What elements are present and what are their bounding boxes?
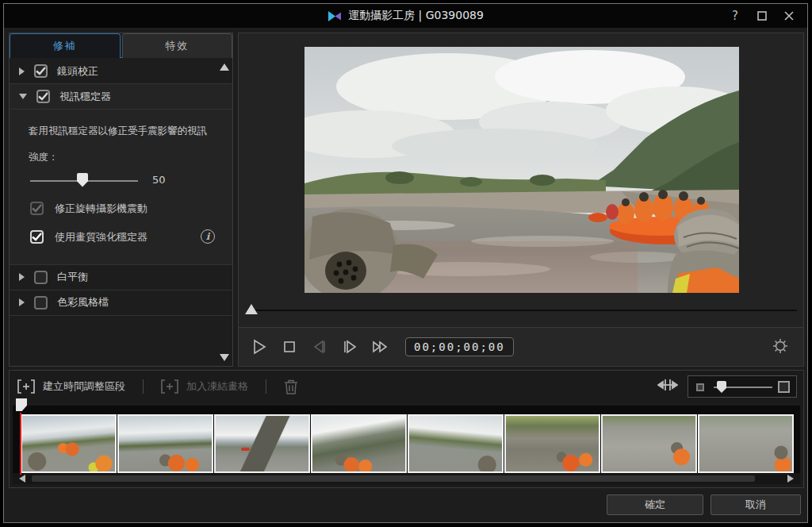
stop-button[interactable] [280,337,299,356]
enhanced-quality-row: 使用畫質強化穩定器 i [10,223,232,252]
app-icon [327,10,342,22]
tab-effects[interactable]: 特效 [122,33,233,58]
window-title: 運動攝影工房 | G0390089 [348,9,484,23]
tab-fix[interactable]: 修補 [10,33,121,58]
play-button[interactable] [250,337,269,356]
white-balance-label: 白平衡 [57,270,88,284]
fast-forward-button[interactable] [370,337,389,356]
preview-panel: 00;00;00;00 [238,33,804,367]
stabilizer-checkbox[interactable] [36,90,50,103]
transport-controls: 00;00;00;00 [239,327,803,366]
scroll-left-icon[interactable] [19,475,25,483]
app-window: 運動攝影工房 | G0390089 ? 修補 特效 鏡頭校正 [3,3,808,523]
zoom-out-icon[interactable] [696,383,704,391]
video-thumbnail[interactable] [698,414,794,473]
row-stabilizer[interactable]: 視訊穩定器 [10,84,232,110]
step-back-button[interactable] [310,337,329,356]
expand-icon[interactable] [19,273,25,281]
fit-timeline-icon[interactable] [657,378,678,395]
freeze-frame-button[interactable]: 加入凍結畫格 [161,379,248,394]
color-profile-label: 色彩風格檔 [57,295,109,310]
seek-bar[interactable] [245,303,797,317]
panel-list: 鏡頭校正 視訊穩定器 套用視訊穩定器以修正受手震影響的視訊 強度 : 50 [10,59,232,366]
timeline-zoom-control [688,375,797,398]
timeline-section: 建立時間調整區段 加入凍結畫格 [9,370,804,488]
scrollbar-thumb[interactable] [32,475,755,482]
video-thumbnail[interactable] [117,414,213,473]
fix-rotation-label: 修正旋轉攝影機震動 [55,202,147,216]
step-forward-button[interactable] [340,337,359,356]
timecode-display: 00;00;00;00 [405,337,514,356]
zoom-in-icon[interactable] [778,381,790,393]
timeline-scrollbar[interactable] [13,473,800,484]
row-color-profile[interactable]: 色彩風格檔 [10,290,232,316]
color-profile-checkbox[interactable] [34,296,48,310]
strength-slider-handle[interactable] [77,173,88,187]
filmstrip[interactable] [13,406,800,474]
seek-track[interactable] [253,310,797,311]
timeline-toolbar: 建立時間調整區段 加入凍結畫格 [10,371,803,402]
create-segment-button[interactable]: 建立時間調整區段 [17,379,125,394]
close-button[interactable] [782,9,796,23]
timeline-playhead-flag[interactable] [16,398,27,411]
cancel-button[interactable]: 取消 [710,494,801,515]
scroll-right-icon[interactable] [787,475,794,483]
video-thumbnail[interactable] [311,414,407,473]
stabilizer-label: 視訊穩定器 [59,90,111,104]
white-balance-checkbox[interactable] [34,271,48,284]
zoom-slider-handle[interactable] [717,381,726,393]
strength-label: 強度 : [10,138,232,164]
ok-button[interactable]: 確定 [607,494,703,515]
video-thumbnail[interactable] [214,414,310,473]
video-thumbnail[interactable] [408,414,504,473]
toolbar-divider [266,379,266,394]
strength-value: 50 [152,174,166,186]
expand-icon[interactable] [19,298,25,306]
info-icon[interactable]: i [201,229,215,244]
video-thumbnail[interactable] [21,414,117,473]
dialog-footer: 確定 取消 [4,487,807,522]
enhanced-quality-label: 使用畫質強化穩定器 [55,230,147,244]
thumbnail-strip [21,414,795,473]
trash-icon [284,379,298,394]
expand-icon[interactable] [19,67,25,75]
lens-correction-label: 鏡頭校正 [57,64,98,79]
enhanced-quality-checkbox[interactable] [30,230,44,244]
stabilizer-description: 套用視訊穩定器以修正受手震影響的視訊 [10,124,232,138]
freeze-frame-icon [161,379,178,394]
video-thumbnail[interactable] [504,414,600,473]
row-lens-correction[interactable]: 鏡頭校正 [10,59,232,84]
help-button[interactable]: ? [728,9,742,23]
panel-tabs: 修補 特效 [10,33,232,58]
maximize-button[interactable] [755,9,769,23]
delete-button[interactable] [284,379,298,394]
adjustments-panel: 修補 特效 鏡頭校正 視訊穩定器 套用視訊穩定器以修正受手震影響的視訊 強度 [9,33,233,367]
timeline-playhead-line [20,413,21,475]
seek-playhead[interactable] [245,304,258,314]
fix-rotation-row: 修正旋轉攝影機震動 [10,194,232,223]
settings-gear-icon[interactable] [772,337,789,358]
title-bar: 運動攝影工房 | G0390089 ? [4,4,807,28]
collapse-icon[interactable] [19,94,27,99]
video-preview[interactable] [304,47,739,293]
add-segment-icon [17,379,35,394]
fix-rotation-checkbox[interactable] [30,202,44,215]
panel-scroll-down-icon[interactable] [220,354,229,361]
strength-slider-row: 50 [10,167,232,194]
panel-scroll-up-icon[interactable] [220,63,229,71]
lens-correction-checkbox[interactable] [34,64,48,78]
stabilizer-settings: 套用視訊穩定器以修正受手震影響的視訊 強度 : 50 修正旋轉攝影機震動 [10,110,232,265]
video-thumbnail[interactable] [601,414,697,473]
row-white-balance[interactable]: 白平衡 [10,265,232,290]
toolbar-divider [143,379,144,394]
